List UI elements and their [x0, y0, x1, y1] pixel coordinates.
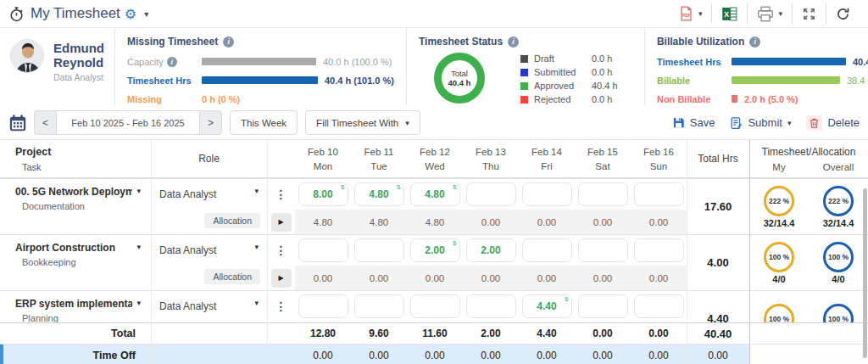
title-dropdown-caret-icon[interactable]: ▾	[144, 9, 148, 19]
gear-icon[interactable]: ⚙	[125, 6, 136, 22]
refresh-button[interactable]	[826, 3, 860, 24]
day-header: Feb 14Fri	[519, 140, 575, 177]
timesheet-allocation-header: Timesheet/Allocation MyOverall	[749, 140, 868, 177]
user-card: Edmund Reynold Data Analyst	[0, 28, 114, 106]
status-panel-title: Timesheet Status	[419, 36, 503, 48]
draft-value: 0.0 h	[592, 53, 632, 64]
timesheet-cell-input[interactable]	[298, 238, 348, 262]
timesheet-cell-input[interactable]	[578, 182, 628, 206]
draft-swatch	[520, 55, 528, 63]
svg-text:PDF: PDF	[682, 14, 691, 18]
user-role: Data Analyst	[53, 72, 104, 82]
nonbillable-value: 2.0 h (5.0 %)	[744, 94, 798, 104]
excel-export-button[interactable]: X	[711, 3, 747, 24]
info-icon[interactable]: i	[749, 36, 760, 48]
timesheet-cell-input[interactable]	[298, 294, 348, 318]
total-day-value: 0.00	[631, 328, 687, 339]
allocation-value: 0.00	[295, 266, 351, 290]
timesheet-cell-input[interactable]	[522, 238, 572, 262]
project-select[interactable]: ERP system implementati...	[15, 298, 132, 310]
fill-caret-icon: ▾	[405, 119, 409, 127]
billable-dollar-icon: $	[453, 239, 456, 247]
timesheet-cell-input[interactable]	[354, 294, 404, 318]
missing-timesheet-panel: Missing Timesheeti Capacityi 40.0 h (100…	[114, 28, 406, 106]
overall-utilization-ring: 100 %	[823, 304, 854, 323]
timesheet-cell-input[interactable]	[634, 182, 684, 206]
day-header: Feb 15Sat	[575, 140, 631, 177]
rejected-swatch	[520, 96, 528, 104]
timesheet-cell-input[interactable]: 2.00$	[410, 238, 460, 262]
refresh-icon	[836, 7, 850, 21]
timesheet-cell-input[interactable]	[634, 294, 684, 318]
project-caret-icon[interactable]: ▾	[136, 243, 141, 251]
allocation-value: 4.80	[407, 210, 463, 234]
timesheet-hrs-label: Timesheet Hrs	[127, 76, 202, 86]
time-off-row: Time Off 0.00 0.00 0.00 0.00 0.00 0.00 0…	[0, 344, 868, 364]
role-select[interactable]: Data Analyst	[159, 300, 216, 312]
fullscreen-button[interactable]	[792, 3, 826, 24]
task-name: Bookkeeping	[22, 257, 151, 267]
project-select[interactable]: Airport Construction	[15, 242, 132, 254]
calendar-icon[interactable]	[8, 114, 27, 132]
timesheet-cell-input[interactable]	[522, 182, 572, 206]
info-icon[interactable]: i	[167, 57, 177, 67]
approved-swatch	[520, 82, 528, 90]
row-menu-icon[interactable]: ⋮	[275, 300, 287, 313]
role-select[interactable]: Data Analyst	[159, 244, 216, 256]
my-utilization: 100 % 4/0	[749, 235, 809, 290]
allocation-value: 0.00	[463, 266, 519, 290]
timesheet-grid: Project Task Role Feb 10Mon Feb 11Tue Fe…	[0, 140, 868, 364]
allocation-value: 0.00	[631, 210, 687, 234]
info-icon[interactable]: i	[223, 36, 234, 48]
pdf-export-button[interactable]: PDF ▾	[669, 3, 712, 24]
timesheet-cell-input[interactable]	[634, 238, 684, 262]
vertical-scrollbar[interactable]	[863, 188, 867, 358]
project-row: Airport Construction Bookkeeping ▾ Data …	[0, 234, 868, 290]
fill-timesheet-dropdown[interactable]: Fill Timesheet With ▾	[305, 110, 420, 135]
next-week-button[interactable]: >	[199, 110, 222, 135]
timesheet-cell-input[interactable]: 4.40$	[522, 294, 572, 318]
timesheet-cell-input[interactable]: 4.80$	[354, 182, 404, 206]
timesheet-cell-input[interactable]: 8.00$	[298, 182, 348, 206]
timesheet-cell-input[interactable]	[578, 294, 628, 318]
project-caret-icon[interactable]: ▾	[136, 187, 141, 195]
project-select[interactable]: 00. 5G Network Deploym...	[15, 186, 132, 198]
row-menu-icon[interactable]: ⋮	[275, 244, 287, 257]
date-range-input[interactable]: Feb 10 2025 - Feb 16 2025	[57, 110, 199, 135]
total-row: Total 12.80 9.60 11.60 2.00 4.40 0.00 0.…	[0, 322, 868, 344]
submitted-label: Submitted	[534, 67, 592, 77]
prev-week-button[interactable]: <	[34, 110, 57, 135]
row-menu-icon[interactable]: ⋮	[275, 188, 287, 201]
draft-label: Draft	[534, 53, 592, 64]
timesheet-cell-input[interactable]: 2.00	[466, 238, 516, 262]
timesheet-cell-input[interactable]	[466, 182, 516, 206]
timesheet-cell-input[interactable]	[578, 238, 628, 262]
project-caret-icon[interactable]: ▾	[136, 299, 141, 307]
day-header: Feb 11Tue	[351, 140, 407, 177]
time-off-value: 0.00	[295, 350, 351, 361]
print-button[interactable]: ▾	[747, 3, 792, 24]
day-header: Feb 13Thu	[463, 140, 519, 177]
submit-button[interactable]: Submit ▾	[730, 116, 791, 130]
delete-button[interactable]: Delete	[806, 115, 860, 131]
timesheet-cell-input[interactable]	[466, 294, 516, 318]
my-header: My	[749, 162, 809, 172]
timesheet-cell-input[interactable]	[354, 238, 404, 262]
overall-utilization: 222 % 32/14.4	[809, 179, 868, 234]
timesheet-hrs-value: 40.4 h (101.0 %)	[325, 76, 394, 86]
allocation-value: 0.00	[351, 266, 407, 290]
role-caret-icon[interactable]: ▾	[254, 187, 259, 195]
role-caret-icon[interactable]: ▾	[254, 243, 259, 251]
role-caret-icon[interactable]: ▾	[254, 299, 259, 307]
info-icon[interactable]: i	[508, 36, 519, 48]
timesheet-cell-input[interactable]: 4.80$	[410, 182, 460, 206]
billable-hrs-label: Timesheet Hrs	[657, 57, 732, 67]
timesheet-cell-input[interactable]	[410, 294, 460, 318]
approved-label: Approved	[534, 81, 592, 91]
role-select[interactable]: Data Analyst	[159, 188, 216, 200]
this-week-button[interactable]: This Week	[230, 110, 298, 135]
expand-allocation-button[interactable]: ▶	[271, 269, 292, 288]
expand-allocation-button[interactable]: ▶	[271, 213, 292, 232]
approved-value: 40.4 h	[592, 81, 632, 91]
save-button[interactable]: Save	[672, 116, 715, 129]
